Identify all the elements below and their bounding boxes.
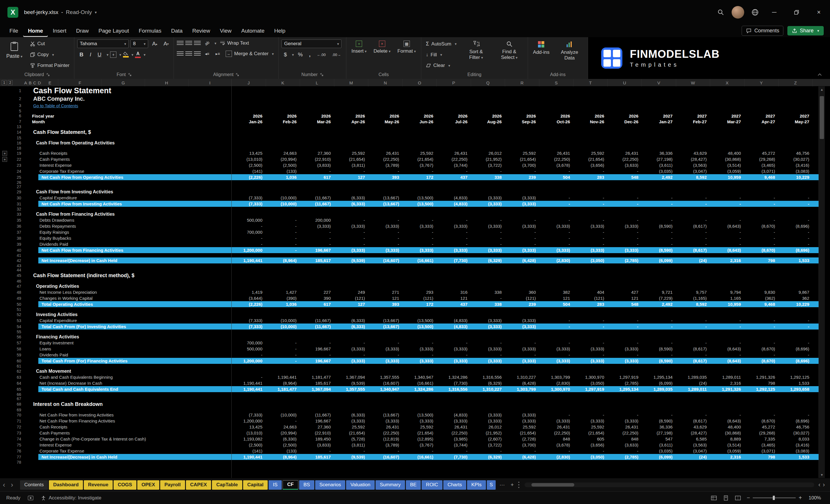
- cell[interactable]: Jul-26: [437, 119, 471, 124]
- cell[interactable]: 196,667: [300, 248, 334, 253]
- cell[interactable]: 1,190,441: [266, 375, 300, 380]
- cell[interactable]: -: [676, 412, 710, 417]
- cell[interactable]: 700,000: [232, 230, 266, 234]
- cell[interactable]: (3,514): [710, 442, 744, 447]
- hscroll-right-icon[interactable]: ›: [823, 481, 825, 489]
- row-number[interactable]: 75: [11, 443, 24, 447]
- cell[interactable]: (8,964): [266, 258, 300, 263]
- cell[interactable]: -: [437, 230, 471, 234]
- row-label[interactable]: Cash Flow from Operating Activities: [24, 140, 232, 146]
- cell[interactable]: -: [608, 201, 642, 206]
- cell[interactable]: (3,633): [608, 163, 642, 168]
- row-number[interactable]: 39: [11, 242, 24, 247]
- cell[interactable]: (21,654): [573, 431, 608, 435]
- cell[interactable]: 27,360: [300, 424, 334, 429]
- cell[interactable]: (3,059): [710, 169, 744, 174]
- borders-icon[interactable]: +: [110, 52, 117, 58]
- row-label[interactable]: Operating Activities: [24, 284, 232, 289]
- cell[interactable]: (3,416): [778, 442, 813, 447]
- cell[interactable]: 9,468: [744, 302, 779, 307]
- increase-indent-icon[interactable]: ▸≡: [213, 51, 222, 57]
- cell[interactable]: (9,539): [334, 454, 369, 460]
- cell[interactable]: 24,663: [266, 424, 300, 429]
- cell[interactable]: (3,047): [676, 169, 710, 174]
- cell[interactable]: 2027: [642, 114, 676, 119]
- cell[interactable]: -: [266, 224, 300, 228]
- cell[interactable]: 196,667: [300, 346, 334, 351]
- row-number[interactable]: 73: [11, 431, 24, 435]
- cell[interactable]: 1,292,125: [744, 387, 779, 391]
- cell[interactable]: -: [539, 169, 574, 174]
- cell[interactable]: 1,165: [710, 296, 744, 301]
- menu-tab-file[interactable]: File: [5, 25, 23, 37]
- row-label[interactable]: Cash Payments: [24, 157, 232, 162]
- cell[interactable]: 1,419: [232, 290, 266, 295]
- cell[interactable]: (13,500): [403, 324, 437, 329]
- cell[interactable]: -: [744, 218, 779, 223]
- cell[interactable]: 10,229: [778, 175, 813, 180]
- cell[interactable]: -: [710, 195, 744, 200]
- cell[interactable]: 189,450: [300, 437, 334, 441]
- row-number[interactable]: 51: [11, 307, 24, 312]
- copy-button[interactable]: Copy▾: [28, 51, 71, 58]
- cell[interactable]: -: [471, 230, 505, 234]
- cell[interactable]: 1,357,555: [334, 387, 369, 391]
- cell[interactable]: Jan-26: [232, 119, 266, 124]
- cell[interactable]: (21,952): [471, 431, 505, 435]
- align-bottom-icon[interactable]: [194, 41, 201, 45]
- row-label[interactable]: Changes in Working Capital: [24, 296, 232, 301]
- cell[interactable]: 404: [573, 290, 608, 295]
- cell[interactable]: (7,730): [437, 381, 471, 385]
- row-label[interactable]: Cash Flow Statement (indirect method), $: [24, 273, 232, 279]
- cell[interactable]: 26,431: [437, 151, 471, 156]
- cell[interactable]: 848: [539, 437, 574, 441]
- cell[interactable]: -: [403, 230, 437, 234]
- row-number[interactable]: 22: [11, 157, 24, 162]
- cell[interactable]: (3,333): [437, 224, 471, 228]
- title-chevron-down-icon[interactable]: ▾: [95, 10, 97, 14]
- cell[interactable]: Dec-26: [608, 119, 642, 124]
- cell[interactable]: Oct-26: [539, 119, 574, 124]
- cell[interactable]: 2026: [334, 114, 369, 119]
- collapse-ribbon-button[interactable]: [818, 73, 822, 76]
- zoom-slider[interactable]: [753, 497, 796, 498]
- cell[interactable]: 848: [608, 437, 642, 441]
- cell[interactable]: (3,333): [334, 418, 369, 423]
- cell[interactable]: -: [608, 318, 642, 323]
- cell[interactable]: 427: [608, 290, 642, 295]
- cell[interactable]: Sep-26: [505, 119, 539, 124]
- cell[interactable]: -: [505, 218, 539, 223]
- cell[interactable]: 1,316,556: [437, 387, 471, 391]
- sheet-tab-cogs[interactable]: COGS: [114, 480, 136, 490]
- cell[interactable]: (8,643): [710, 358, 744, 363]
- cell[interactable]: (133): [266, 448, 300, 453]
- column-header-R[interactable]: R: [505, 79, 539, 86]
- sort-filter-button[interactable]: AZ Sort & Filter▾: [461, 39, 492, 61]
- row-number[interactable]: 67: [11, 397, 24, 401]
- cell[interactable]: -: [710, 236, 744, 241]
- row-label[interactable]: Dividends Paid: [24, 242, 232, 247]
- cell[interactable]: (4,833): [437, 201, 471, 206]
- cell[interactable]: 185,617: [300, 381, 334, 385]
- cell[interactable]: -: [744, 352, 779, 357]
- cell[interactable]: 1,292,125: [778, 375, 813, 380]
- cell[interactable]: -: [778, 195, 813, 200]
- cell[interactable]: -: [778, 201, 813, 206]
- cell[interactable]: 10,959: [710, 175, 744, 180]
- row-number[interactable]: 3: [11, 103, 24, 108]
- cell[interactable]: (6,329): [471, 258, 505, 263]
- cell[interactable]: (3,333): [334, 224, 369, 228]
- cell[interactable]: -: [744, 412, 779, 417]
- cell[interactable]: (3,563): [676, 442, 710, 447]
- cell[interactable]: (3,333): [505, 224, 539, 228]
- sheet-tab-is[interactable]: IS: [268, 480, 282, 490]
- column-header-Q[interactable]: Q: [471, 79, 505, 86]
- cell[interactable]: (7,333): [232, 195, 266, 200]
- cell[interactable]: 360: [505, 290, 539, 295]
- cell[interactable]: (3,333): [505, 346, 539, 351]
- accessibility-status[interactable]: Accessibility: Investigate: [41, 495, 101, 501]
- cell[interactable]: Apr-27: [744, 119, 779, 124]
- row-number[interactable]: 65: [11, 387, 24, 391]
- cell[interactable]: (3,611): [642, 163, 676, 168]
- delete-cells-button[interactable]: × Delete▾: [371, 39, 393, 55]
